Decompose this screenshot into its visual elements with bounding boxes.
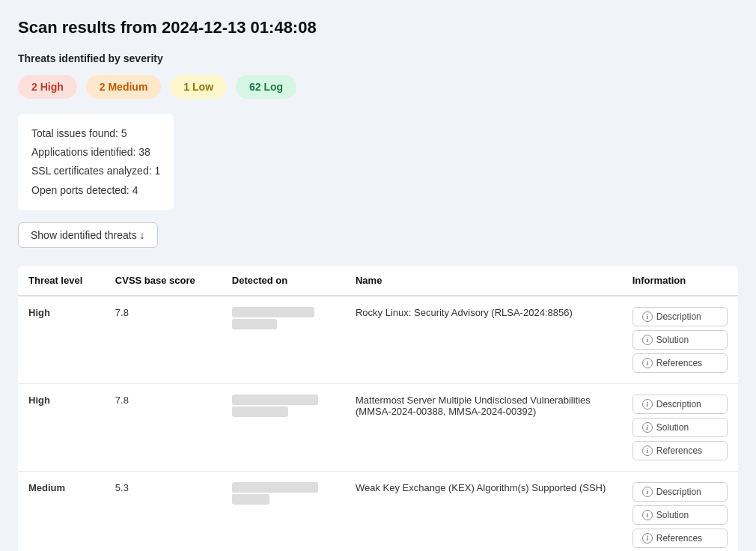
info-btn-label-description: Description bbox=[656, 487, 701, 497]
info-btn-label-solution: Solution bbox=[656, 335, 689, 345]
info-icon-solution: i bbox=[642, 510, 653, 520]
info-btn-label-solution: Solution bbox=[656, 510, 689, 520]
info-btn-description-0[interactable]: iDescription bbox=[632, 307, 728, 326]
cvss-cell: 7.8 bbox=[105, 383, 222, 471]
stat-applications: Applications identified: 38 bbox=[31, 143, 160, 162]
info-btn-references-2[interactable]: iReferences bbox=[632, 529, 728, 548]
ip-blurred-line1 bbox=[232, 395, 318, 405]
info-btn-solution-2[interactable]: iSolution bbox=[632, 505, 728, 525]
show-threats-button[interactable]: Show identified threats ↓ bbox=[18, 222, 158, 248]
page-title: Scan results from 2024-12-13 01:48:08 bbox=[18, 18, 738, 37]
info-icon-solution: i bbox=[642, 422, 653, 433]
detected-on-cell bbox=[222, 471, 345, 551]
info-icon-references: i bbox=[642, 358, 653, 368]
col-cvss: CVSS base score bbox=[105, 266, 222, 296]
col-threat-level: Threat level bbox=[18, 266, 105, 296]
threat-level-cell: Medium bbox=[18, 471, 105, 551]
info-cell: iDescriptioniSolutioniReferences bbox=[622, 296, 738, 384]
info-icon-description: i bbox=[642, 487, 653, 497]
info-icon-description: i bbox=[642, 399, 653, 410]
info-btn-references-1[interactable]: iReferences bbox=[632, 441, 728, 460]
detected-on-cell bbox=[222, 296, 345, 384]
info-btn-label-references: References bbox=[656, 533, 702, 544]
info-btn-label-description: Description bbox=[656, 311, 701, 322]
ip-blurred-line1 bbox=[232, 482, 318, 493]
cvss-cell: 7.8 bbox=[105, 296, 222, 384]
col-name: Name bbox=[345, 266, 622, 296]
info-btn-solution-1[interactable]: iSolution bbox=[632, 418, 728, 437]
name-cell: Weak Key Exchange (KEX) Algorithm(s) Sup… bbox=[345, 471, 622, 551]
badge-medium[interactable]: 2 Medium bbox=[86, 75, 162, 99]
badge-high[interactable]: 2 High bbox=[18, 75, 77, 99]
info-icon-solution: i bbox=[642, 335, 653, 345]
info-btn-description-2[interactable]: iDescription bbox=[632, 482, 728, 502]
info-icon-description: i bbox=[642, 311, 653, 322]
col-information: Information bbox=[622, 266, 738, 296]
cvss-cell: 5.3 bbox=[105, 471, 222, 551]
threats-table: Threat level CVSS base score Detected on… bbox=[18, 266, 738, 551]
ip-blurred-line2 bbox=[232, 319, 277, 329]
table-row: High7.8Mattermost Server Multiple Undisc… bbox=[18, 383, 738, 471]
table-row: Medium5.3Weak Key Exchange (KEX) Algorit… bbox=[18, 471, 738, 551]
stats-block: Total issues found: 5 Applications ident… bbox=[18, 114, 174, 210]
info-btn-description-1[interactable]: iDescription bbox=[632, 395, 728, 414]
badge-log[interactable]: 62 Log bbox=[236, 75, 296, 99]
ip-blurred-line2 bbox=[232, 407, 288, 417]
section-label: Threats identified by severity bbox=[18, 52, 738, 64]
stat-open-ports: Open ports detected: 4 bbox=[31, 181, 160, 200]
info-btn-label-references: References bbox=[656, 358, 702, 368]
col-detected-on: Detected on bbox=[222, 266, 345, 296]
info-icon-references: i bbox=[642, 533, 653, 544]
threat-level-cell: High bbox=[18, 296, 105, 384]
info-icon-references: i bbox=[642, 445, 653, 456]
name-cell: Rocky Linux: Security Advisory (RLSA-202… bbox=[345, 296, 622, 384]
ip-blurred-line1 bbox=[232, 307, 314, 317]
threat-level-cell: High bbox=[18, 383, 105, 471]
info-btn-references-0[interactable]: iReferences bbox=[632, 353, 728, 373]
stat-total-issues: Total issues found: 5 bbox=[31, 124, 160, 143]
info-cell: iDescriptioniSolutioniReferences bbox=[622, 383, 738, 471]
ip-blurred-line2 bbox=[232, 494, 269, 505]
info-btn-label-references: References bbox=[656, 445, 702, 456]
info-btn-label-solution: Solution bbox=[656, 422, 689, 433]
info-btn-label-description: Description bbox=[656, 399, 701, 410]
stat-ssl: SSL certificates analyzed: 1 bbox=[31, 162, 160, 180]
badge-low[interactable]: 1 Low bbox=[170, 75, 227, 99]
info-cell: iDescriptioniSolutioniReferences bbox=[622, 471, 738, 551]
info-btn-solution-0[interactable]: iSolution bbox=[632, 330, 728, 350]
name-cell: Mattermost Server Multiple Undisclosed V… bbox=[345, 383, 622, 471]
table-row: High7.8Rocky Linux: Security Advisory (R… bbox=[18, 296, 738, 384]
severity-badges: 2 High2 Medium1 Low62 Log bbox=[18, 75, 738, 99]
detected-on-cell bbox=[222, 383, 345, 471]
